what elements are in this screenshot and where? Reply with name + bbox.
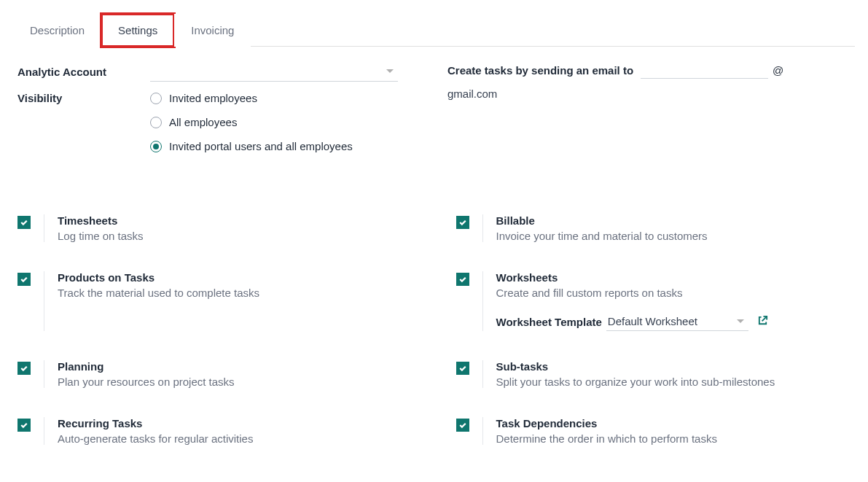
- analytic-account-label: Analytic Account: [17, 66, 150, 78]
- billable-checkbox[interactable]: [456, 216, 469, 229]
- feature-desc: Track the material used to complete task…: [58, 287, 413, 299]
- feature-dependencies: Task Dependencies Determine the order in…: [456, 417, 851, 445]
- external-link-icon: [757, 315, 768, 326]
- analytic-account-select[interactable]: [150, 61, 398, 82]
- divider: [482, 271, 483, 331]
- feature-desc: Determine the order in which to perform …: [496, 432, 851, 445]
- chevron-down-icon: [737, 319, 744, 323]
- feature-worksheets: Worksheets Create and fill custom report…: [456, 271, 851, 331]
- worksheets-checkbox[interactable]: [456, 273, 469, 286]
- visibility-option-all[interactable]: All employees: [150, 116, 418, 128]
- divider: [44, 417, 44, 445]
- feature-desc: Auto-generate tasks for regular activiti…: [58, 432, 413, 445]
- visibility-option-invited[interactable]: Invited employees: [150, 92, 418, 104]
- feature-title: Worksheets: [496, 271, 851, 284]
- chevron-down-icon: [386, 69, 394, 73]
- divider: [44, 360, 44, 388]
- email-label: Create tasks by sending an email to: [447, 64, 633, 77]
- check-icon: [458, 364, 467, 373]
- dependencies-checkbox[interactable]: [456, 419, 469, 432]
- divider: [44, 271, 44, 331]
- tab-invoicing[interactable]: Invoicing: [174, 14, 251, 47]
- tab-settings[interactable]: Settings: [101, 14, 174, 47]
- check-icon: [20, 364, 28, 373]
- email-alias-input[interactable]: [641, 61, 768, 79]
- feature-title: Planning: [58, 360, 413, 373]
- check-icon: [458, 218, 467, 227]
- visibility-option-portal[interactable]: Invited portal users and all employees: [150, 140, 418, 152]
- email-domain: gmail.com: [447, 88, 851, 100]
- subtasks-checkbox[interactable]: [456, 362, 469, 375]
- divider: [44, 214, 44, 242]
- feature-title: Sub-tasks: [496, 360, 851, 373]
- feature-title: Billable: [496, 214, 851, 227]
- worksheet-template-value: Default Worksheet: [608, 315, 697, 327]
- divider: [482, 360, 483, 388]
- radio-icon: [150, 117, 162, 128]
- worksheet-template-select[interactable]: Default Worksheet: [606, 312, 748, 331]
- radio-icon: [150, 141, 162, 152]
- products-checkbox[interactable]: [17, 273, 31, 286]
- feature-desc: Invoice your time and material to custom…: [496, 230, 851, 242]
- feature-title: Recurring Tasks: [58, 417, 413, 429]
- recurring-checkbox[interactable]: [17, 419, 31, 432]
- check-icon: [20, 421, 28, 429]
- visibility-radio-group: Invited employees All employees Invite: [150, 92, 418, 152]
- feature-title: Timesheets: [58, 214, 413, 227]
- feature-billable: Billable Invoice your time and material …: [456, 214, 851, 242]
- feature-planning: Planning Plan your resources on project …: [17, 360, 413, 388]
- visibility-option-label: All employees: [169, 116, 237, 128]
- check-icon: [458, 421, 467, 429]
- feature-recurring: Recurring Tasks Auto-generate tasks for …: [17, 417, 413, 445]
- check-icon: [20, 275, 28, 284]
- external-link-button[interactable]: [757, 315, 768, 328]
- visibility-label: Visibility: [17, 92, 150, 104]
- divider: [482, 417, 483, 445]
- radio-dot-icon: [153, 144, 159, 149]
- feature-timesheets: Timesheets Log time on tasks: [17, 214, 413, 242]
- timesheets-checkbox[interactable]: [17, 216, 31, 229]
- feature-subtasks: Sub-tasks Split your tasks to organize y…: [456, 360, 851, 388]
- check-icon: [458, 275, 467, 284]
- feature-products-on-tasks: Products on Tasks Track the material use…: [17, 271, 413, 331]
- feature-title: Task Dependencies: [496, 417, 851, 429]
- feature-desc: Log time on tasks: [58, 230, 413, 242]
- worksheet-template-label: Worksheet Template: [496, 316, 602, 328]
- visibility-option-label: Invited portal users and all employees: [169, 140, 353, 152]
- tabs-bar: Description Settings Invoicing: [13, 13, 855, 47]
- visibility-option-label: Invited employees: [169, 92, 257, 104]
- feature-desc: Plan your resources on project tasks: [58, 376, 413, 388]
- feature-title: Products on Tasks: [58, 271, 413, 284]
- check-icon: [20, 218, 28, 227]
- feature-desc: Create and fill custom reports on tasks: [496, 287, 851, 299]
- divider: [482, 214, 483, 242]
- radio-icon: [150, 93, 162, 104]
- feature-desc: Split your tasks to organize your work i…: [496, 376, 851, 388]
- tab-description[interactable]: Description: [13, 14, 101, 47]
- planning-checkbox[interactable]: [17, 362, 31, 375]
- email-at-symbol: @: [773, 64, 783, 77]
